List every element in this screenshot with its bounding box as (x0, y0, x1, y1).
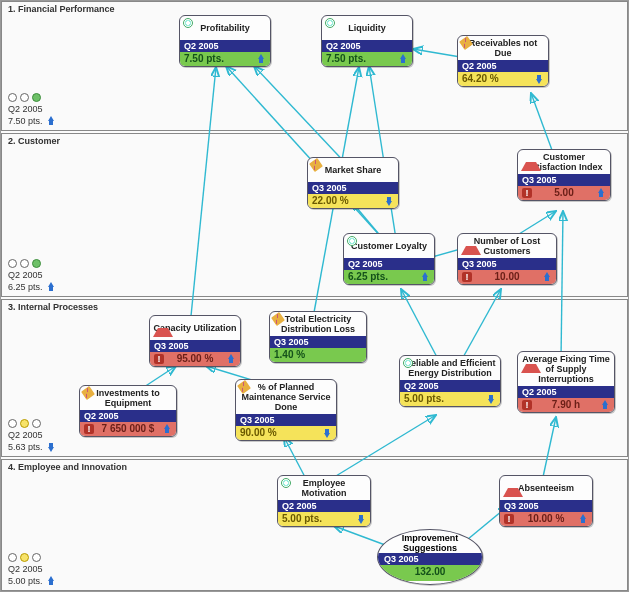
alert-icon: ! (504, 514, 514, 524)
trend-down-icon (384, 196, 394, 206)
section-value: 5.00 pts. (8, 576, 43, 586)
trend-down-icon (486, 394, 496, 404)
dot-icon (8, 259, 17, 268)
card-csi[interactable]: Customer Satisfaction Index Q3 2005 ! 5.… (517, 149, 611, 201)
card-title: Total Electricity Distribution Loss (273, 314, 363, 334)
card-value: ! 95.00 % (150, 352, 240, 366)
card-title: Reliable and Efficient Energy Distributi… (403, 358, 497, 378)
section-title: 2. Customer (8, 136, 60, 146)
trend-up-icon (46, 576, 56, 586)
card-title: Absenteeism (518, 483, 574, 493)
card-value: 6.25 pts. (344, 270, 434, 284)
card-value: 7.50 pts. (322, 52, 412, 66)
alert-icon: ! (462, 272, 472, 282)
card-period: Q3 2005 (518, 174, 610, 186)
section-period: Q2 2005 (8, 104, 43, 114)
trend-up-icon (256, 54, 266, 64)
card-period: Q3 2005 (150, 340, 240, 352)
dot-icon (32, 553, 41, 562)
trend-down-icon (46, 442, 56, 452)
trend-up-icon (46, 116, 56, 126)
status-dots (8, 419, 56, 428)
trend-up-icon (398, 54, 408, 64)
card-value: 64.20 % (458, 72, 548, 86)
card-planned-maintenance[interactable]: % of Planned Maintenance Service Done Q3… (235, 379, 337, 441)
dot-icon (8, 419, 17, 428)
status-dots (8, 553, 56, 562)
trend-up-icon (542, 272, 552, 282)
card-liquidity[interactable]: Liquidity Q2 2005 7.50 pts. (321, 15, 413, 67)
trend-up-icon (600, 400, 610, 410)
warning-icon (503, 478, 523, 497)
target-icon (183, 18, 193, 28)
section-title: 1. Financial Performance (8, 4, 115, 14)
trend-up-icon (46, 282, 56, 292)
card-absenteeism[interactable]: Absenteeism Q3 2005 ! 10.00 % (499, 475, 593, 527)
card-period: Q3 2005 (308, 182, 398, 194)
section-status: Q2 2005 6.25 pts. (8, 259, 56, 292)
card-customer-loyalty[interactable]: Customer Loyalty Q2 2005 6.25 pts. (343, 233, 435, 285)
card-reliable-distribution[interactable]: Reliable and Efficient Energy Distributi… (399, 355, 501, 407)
card-value: 22.00 % (308, 194, 398, 208)
card-title: Customer Loyalty (351, 241, 427, 251)
alert-icon: ! (84, 424, 94, 434)
card-employee-motivation[interactable]: Employee Motivation Q2 2005 5.00 pts. (277, 475, 371, 527)
warning-icon (153, 318, 173, 337)
card-value: 7.50 pts. (180, 52, 270, 66)
section-title: 4. Employee and Innovation (8, 462, 127, 472)
section-period: Q2 2005 (8, 430, 43, 440)
card-period: Q3 2005 (458, 258, 556, 270)
card-title: Market Share (325, 165, 382, 175)
pencil-icon (309, 158, 323, 172)
trend-up-icon (578, 514, 588, 524)
dot-icon (20, 553, 29, 562)
card-value: ! 10.00 (458, 270, 556, 284)
trend-up-icon (596, 188, 606, 198)
dot-icon (32, 93, 41, 102)
card-value: 90.00 % (236, 426, 336, 440)
card-profitability[interactable]: Profitability Q2 2005 7.50 pts. (179, 15, 271, 67)
card-market-share[interactable]: Market Share Q3 2005 22.00 % (307, 157, 399, 209)
card-capacity-utilization[interactable]: Capacity Utilization Q3 2005 ! 95.00 % (149, 315, 241, 367)
trend-down-icon (356, 514, 366, 524)
section-period: Q2 2005 (8, 564, 43, 574)
card-improvement-suggestions[interactable]: Improvement Suggestions Q3 2005 132.00 (377, 529, 483, 585)
card-period: Q2 2005 (80, 410, 176, 422)
card-value: ! 7 650 000 $ (80, 422, 176, 436)
dot-icon (20, 419, 29, 428)
card-title: Improvement Suggestions (402, 533, 459, 553)
card-value: ! 7.90 h (518, 398, 614, 412)
section-value: 5.63 pts. (8, 442, 43, 452)
card-value: ! 10.00 % (500, 512, 592, 526)
card-title: Receivables not Due (461, 38, 545, 58)
dot-icon (8, 93, 17, 102)
target-icon (281, 478, 291, 488)
card-receivables-not-due[interactable]: Receivables not Due Q2 2005 64.20 % (457, 35, 549, 87)
status-dots (8, 259, 56, 268)
strategy-map-canvas: 1. Financial Performance Q2 2005 7.50 pt… (0, 0, 629, 592)
section-value: 6.25 pts. (8, 282, 43, 292)
status-dots (8, 93, 56, 102)
card-avg-fix-time[interactable]: Average Fixing Time of Supply Interrupti… (517, 351, 615, 413)
card-title: Employee Motivation (281, 478, 367, 498)
dot-icon (20, 259, 29, 268)
section-status: Q2 2005 5.00 pts. (8, 553, 56, 586)
dot-icon (20, 93, 29, 102)
warning-icon (461, 236, 481, 255)
card-period: Q2 2005 (322, 40, 412, 52)
card-period: Q2 2005 (278, 500, 370, 512)
card-lost-customers[interactable]: Number of Lost Customers Q3 2005 ! 10.00 (457, 233, 557, 285)
card-period: Q2 2005 (518, 386, 614, 398)
dot-icon (32, 259, 41, 268)
dot-icon (8, 553, 17, 562)
card-title: Investments to Equipment (83, 388, 173, 408)
trend-up-icon (420, 272, 430, 282)
card-distribution-loss[interactable]: Total Electricity Distribution Loss Q3 2… (269, 311, 367, 363)
card-period: Q2 2005 (458, 60, 548, 72)
alert-icon: ! (522, 188, 532, 198)
card-investments[interactable]: Investments to Equipment Q2 2005 ! 7 650… (79, 385, 177, 437)
trend-up-icon (162, 424, 172, 434)
section-status: Q2 2005 7.50 pts. (8, 93, 56, 126)
warning-icon (521, 152, 541, 171)
card-value: ! 5.00 (518, 186, 610, 200)
